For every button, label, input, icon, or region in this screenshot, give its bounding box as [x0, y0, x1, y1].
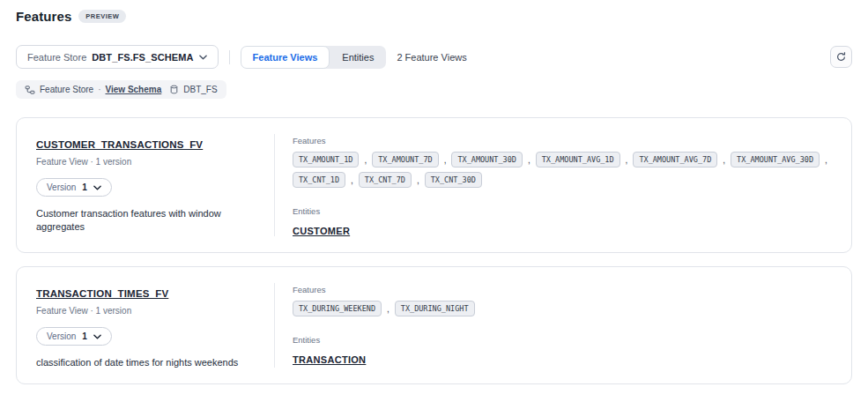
tab-entities[interactable]: Entities — [330, 46, 386, 69]
features-section-label: Features — [293, 285, 830, 294]
database-icon — [169, 85, 179, 94]
entities-section-label: Entities — [293, 335, 830, 345]
feature-view-title-link[interactable]: CUSTOMER_TRANSACTIONS_FV — [36, 139, 203, 150]
feature-chip: TX_AMOUNT_7D — [372, 152, 438, 168]
chevron-down-icon — [93, 185, 101, 190]
features-section-label: Features — [293, 136, 830, 145]
feature-chip: TX_CNT_30D — [425, 172, 482, 188]
entities-section-label: Entities — [293, 206, 830, 216]
features-chip-list: TX_DURING_WEEKEND,TX_DURING_NIGHT — [293, 301, 830, 316]
entities-section: Entities TRANSACTION — [293, 335, 830, 367]
feature-view-title-link[interactable]: TRANSACTION_TIMES_FV — [36, 288, 168, 299]
breadcrumb-store-label: Feature Store — [40, 85, 93, 94]
feature-store-icon — [25, 85, 35, 95]
feature-chip: TX_DURING_NIGHT — [395, 301, 475, 316]
refresh-button[interactable] — [830, 46, 852, 68]
feature-chip: TX_DURING_WEEKEND — [293, 301, 382, 316]
feature-chip: TX_CNT_1D — [293, 172, 345, 188]
features-chip-list: TX_AMOUNT_1D,TX_AMOUNT_7D,TX_AMOUNT_30D,… — [293, 152, 830, 188]
feature-store-label: Feature Store — [27, 52, 86, 63]
feature-store-value: DBT_FS.FS_SCHEMA — [92, 52, 193, 63]
page-title: Features — [16, 9, 71, 24]
chip-separator: , — [387, 304, 389, 314]
toolbar-divider — [229, 50, 230, 64]
feature-chip: TX_AMOUNT_30D — [451, 152, 523, 168]
feature-chip: TX_CNT_7D — [359, 172, 412, 188]
view-schema-link[interactable]: View Schema — [106, 85, 162, 94]
version-value: 1 — [82, 331, 87, 341]
chip-separator: , — [626, 155, 628, 165]
card-summary: CUSTOMER_TRANSACTIONS_FV Feature View · … — [17, 118, 274, 252]
chip-separator: , — [825, 155, 827, 165]
feature-store-dropdown[interactable]: Feature Store DBT_FS.FS_SCHEMA — [16, 45, 219, 69]
entity-link[interactable]: TRANSACTION — [293, 354, 366, 365]
feature-chip: TX_AMOUNT_AVG_7D — [633, 152, 717, 168]
feature-view-subtitle: Feature View · 1 version — [36, 157, 256, 167]
feature-view-card: CUSTOMER_TRANSACTIONS_FV Feature View · … — [16, 117, 852, 253]
feature-chip: TX_AMOUNT_1D — [293, 152, 359, 168]
breadcrumb: Feature Store · View Schema DBT_FS — [16, 80, 226, 99]
version-dropdown[interactable]: Version 1 — [36, 178, 112, 197]
feature-view-description: classification of date times for nights … — [36, 356, 256, 369]
entity-link[interactable]: CUSTOMER — [293, 226, 350, 236]
card-details: Features TX_DURING_WEEKEND,TX_DURING_NIG… — [275, 267, 851, 383]
entities-section: Entities CUSTOMER — [293, 206, 830, 238]
feature-chip: TX_AMOUNT_AVG_30D — [731, 152, 820, 168]
version-dropdown[interactable]: Version 1 — [36, 327, 112, 346]
chip-separator: , — [351, 175, 353, 185]
card-summary: TRANSACTION_TIMES_FV Feature View · 1 ve… — [17, 267, 274, 383]
feature-views-count: 2 Feature Views — [397, 52, 466, 63]
page-header: Features PREVIEW — [16, 9, 852, 24]
chevron-down-icon — [199, 55, 207, 60]
chevron-down-icon — [93, 334, 101, 339]
refresh-icon — [835, 51, 847, 63]
breadcrumb-separator: · — [98, 85, 100, 94]
toolbar: Feature Store DBT_FS.FS_SCHEMA Feature V… — [16, 45, 852, 69]
chip-separator: , — [417, 175, 419, 185]
chip-separator: , — [528, 155, 530, 165]
feature-chip: TX_AMOUNT_AVG_1D — [536, 152, 620, 168]
preview-badge: PREVIEW — [78, 10, 126, 23]
feature-view-description: Customer transaction features with windo… — [36, 207, 256, 234]
chip-separator: , — [444, 155, 447, 165]
chip-separator: , — [723, 155, 725, 165]
breadcrumb-database-name: DBT_FS — [183, 85, 217, 94]
tab-feature-views[interactable]: Feature Views — [241, 46, 330, 69]
version-value: 1 — [82, 182, 87, 192]
feature-view-subtitle: Feature View · 1 version — [36, 306, 256, 316]
chip-separator: , — [364, 155, 367, 165]
features-page: Features PREVIEW Feature Store DBT_FS.FS… — [0, 0, 868, 384]
view-switcher: Feature Views Entities — [241, 46, 387, 69]
feature-view-card: TRANSACTION_TIMES_FV Feature View · 1 ve… — [16, 266, 852, 384]
card-details: Features TX_AMOUNT_1D,TX_AMOUNT_7D,TX_AM… — [275, 118, 851, 252]
version-label: Version — [47, 182, 76, 192]
version-label: Version — [47, 331, 76, 341]
